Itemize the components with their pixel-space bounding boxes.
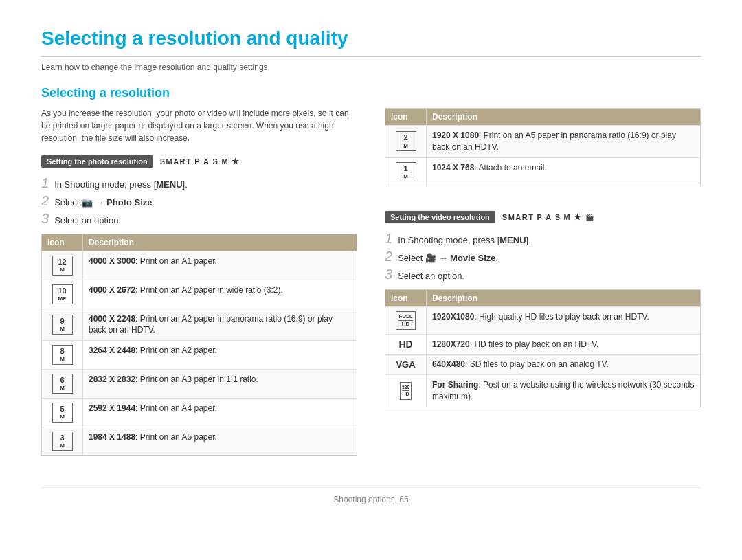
left-column: Selecting a resolution As you increase t… (41, 86, 357, 467)
video-modes: SMART P A S M ★ 🎬 (502, 212, 594, 222)
icon-vga: VGA (385, 355, 427, 374)
right-column: Icon Description 2M 1920 X 1080: Print o… (385, 86, 701, 467)
right-top-table-header: Icon Description (385, 109, 700, 125)
desc-6m: 2832 X 2832: Print on an A3 paper in 1:1… (83, 370, 357, 398)
smart-label-v: SMART (502, 213, 535, 221)
desc-full-hd: 1920X1080: High-quality HD files to play… (427, 307, 700, 333)
desc-share: For Sharing: Post on a website using the… (427, 375, 700, 407)
step-2: 2 Select 📷 → Photo Size. (41, 194, 357, 208)
table-row: HD 1280X720: HD files to play back on an… (385, 334, 700, 355)
photo-steps: 1 In Shooting mode, press [MENU]. 2 Sele… (41, 176, 357, 225)
desc-3m: 1984 X 1488: Print on an A5 paper. (83, 427, 357, 456)
icon-8m: 8M (42, 341, 83, 369)
s-label-v: S (555, 213, 561, 221)
th-desc: Description (83, 234, 357, 251)
photo-table-header: Icon Description (42, 234, 357, 251)
a-label: A (203, 157, 210, 166)
icon-10mp: 10MP (42, 280, 83, 309)
icon-9m: 9M (42, 309, 83, 341)
icon-6m: 6M (42, 370, 83, 398)
th-icon: Icon (42, 234, 83, 251)
table-row: 2M 1920 X 1080: Print on an A5 paper in … (385, 125, 700, 157)
step-num-2: 2 (41, 194, 49, 208)
step-2-text: Select 📷 → Photo Size. (54, 197, 155, 208)
table-row: 3M 1984 X 1488: Print on an A5 paper. (42, 427, 357, 456)
table-row: 6M 2832 X 2832: Print on an A3 paper in … (42, 369, 357, 398)
desc-1m: 1024 X 768: Attach to an email. (427, 158, 700, 186)
star-icon: ★ (232, 157, 240, 166)
video-camera-icon: 🎥 (425, 253, 436, 263)
desc-12m: 4000 X 3000: Print on an A1 paper. (83, 251, 357, 280)
icon-2m: 2M (385, 126, 427, 157)
video-resolution-badge: Setting the video resolution (385, 211, 495, 223)
photo-continuation-table: Icon Description 2M 1920 X 1080: Print o… (385, 108, 701, 186)
desc-2m: 1920 X 1080: Print on an A5 paper in pan… (427, 126, 700, 157)
photo-resolution-badge-row: Setting the photo resolution SMART P A S… (41, 155, 357, 168)
photo-modes: SMART P A S M ★ (160, 157, 240, 166)
icon-hd: HD (385, 335, 427, 355)
photo-resolution-badge: Setting the photo resolution (41, 155, 153, 168)
table-row: 320 HD For Sharing: Post on a website us… (385, 374, 700, 407)
step-num-1: 1 (41, 176, 49, 190)
desc-8m: 3264 X 2448: Print on an A2 paper. (83, 341, 357, 369)
th-icon-v: Icon (385, 290, 427, 306)
step-1-text: In Shooting mode, press [MENU]. (54, 179, 188, 190)
table-row: VGA 640X480: SD files to play back on an… (385, 354, 700, 374)
v-step-num-3: 3 (385, 267, 392, 281)
vga-text-icon: VGA (396, 359, 415, 370)
v-step-num-2: 2 (385, 249, 392, 263)
v-step-3: 3 Select an option. (385, 267, 701, 281)
p-label: P (194, 157, 201, 166)
v-step-num-1: 1 (385, 232, 392, 245)
footer-page: 65 (399, 495, 408, 504)
footer-text: Shooting options (333, 495, 394, 504)
video-steps: 1 In Shooting mode, press [MENU]. 2 Sele… (385, 232, 701, 281)
desc-10mp: 4000 X 2672: Print on an A2 paper in wid… (83, 280, 357, 309)
table-row: 8M 3264 X 2448: Print on an A2 paper. (42, 340, 357, 369)
desc-9m: 4000 X 2248: Print on an A2 paper in pan… (83, 309, 357, 341)
page-title: Selecting a resolution and quality (41, 27, 701, 57)
icon-full-hd: FULL HD (385, 307, 427, 333)
video-table-header: Icon Description (385, 290, 700, 306)
th-desc-v: Description (427, 290, 700, 306)
hd-text-icon: HD (398, 339, 412, 350)
video-icon: 🎬 (585, 214, 595, 221)
page-subtitle: Learn how to change the image resolution… (41, 63, 701, 72)
v-step-2-text: Select 🎥 → Movie Size. (398, 253, 498, 263)
p-label-v: P (537, 213, 543, 221)
a-label-v: A (546, 213, 552, 221)
table-row: 1M 1024 X 768: Attach to an email. (385, 157, 700, 186)
icon-5m: 5M (42, 399, 83, 427)
desc-5m: 2592 X 1944: Print on an A4 paper. (83, 399, 357, 427)
desc-vga: 640X480: SD files to play back on an ana… (427, 355, 700, 374)
step-3: 3 Select an option. (41, 212, 357, 225)
step-1: 1 In Shooting mode, press [MENU]. (41, 176, 357, 190)
table-row: 5M 2592 X 1944: Print on an A4 paper. (42, 398, 357, 427)
m-label: M (221, 157, 229, 166)
icon-1m: 1M (385, 158, 427, 186)
video-resolution-badge-row: Setting the video resolution SMART P A S… (385, 211, 701, 223)
s-label: S (213, 157, 219, 166)
th-icon-right: Icon (385, 109, 427, 125)
photo-table: Icon Description 12M 4000 X 3000: Print … (41, 234, 357, 456)
v-step-3-text: Select an option. (398, 271, 464, 281)
smart-label: SMART (160, 157, 192, 166)
step-3-text: Select an option. (54, 215, 121, 225)
step-num-3: 3 (41, 212, 49, 225)
m-label-v: M (564, 213, 572, 221)
table-row: FULL HD 1920X1080: High-quality HD files… (385, 306, 700, 333)
table-row: 9M 4000 X 2248: Print on an A2 paper in … (42, 309, 357, 341)
table-row: 12M 4000 X 3000: Print on an A1 paper. (42, 251, 357, 280)
desc-hd: 1280X720: HD files to play back on an HD… (427, 335, 700, 355)
v-step-1: 1 In Shooting mode, press [MENU]. (385, 232, 701, 245)
camera-icon: 📷 (82, 197, 93, 208)
icon-share: 320 HD (385, 375, 427, 407)
section-heading: Selecting a resolution (41, 86, 357, 100)
video-table: Icon Description FULL HD 1920X1080: High… (385, 289, 701, 407)
icon-12m: 12M (42, 251, 83, 280)
section-desc: As you increase the resolution, your pho… (41, 107, 357, 144)
v-step-1-text: In Shooting mode, press [MENU]. (398, 235, 531, 245)
footer: Shooting options 65 (41, 487, 701, 504)
v-step-2: 2 Select 🎥 → Movie Size. (385, 249, 701, 263)
th-desc-right: Description (427, 109, 700, 125)
